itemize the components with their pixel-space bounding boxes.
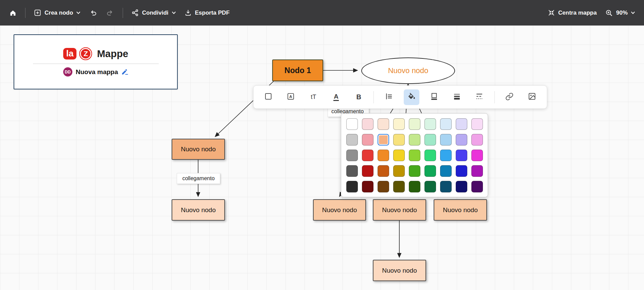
zoom-in-icon (605, 9, 613, 17)
color-swatch[interactable] (346, 134, 358, 146)
color-swatch[interactable] (378, 150, 389, 161)
color-swatch[interactable] (440, 118, 452, 130)
home-icon (9, 9, 17, 17)
node-format-toolbar: A tT A B (253, 85, 547, 109)
share-label: Condividi (142, 10, 168, 16)
color-swatch[interactable] (393, 118, 405, 130)
color-swatch[interactable] (362, 181, 373, 192)
node-left-grandchild[interactable]: Nuovo nodo (172, 199, 225, 221)
color-swatch[interactable] (409, 150, 420, 161)
export-pdf-label: Esporta PDF (195, 10, 230, 16)
create-node-button[interactable]: Crea nodo (34, 9, 81, 17)
node-bottom-child[interactable]: Nuovo nodo (373, 260, 426, 281)
link-icon (505, 92, 514, 102)
font-color-button[interactable]: A (328, 89, 344, 105)
color-swatch[interactable] (471, 134, 483, 146)
node-bottom-right[interactable]: Nuovo nodo (434, 199, 487, 221)
card-divider (33, 64, 159, 64)
node-label: Nuovo nodo (443, 206, 477, 214)
zoom-control[interactable]: 90% (605, 9, 635, 17)
node-ellipse[interactable]: Nuovo nodo (361, 57, 455, 84)
color-swatch[interactable] (409, 134, 420, 146)
color-swatch[interactable] (424, 181, 436, 192)
border-width-button[interactable] (449, 89, 465, 105)
color-swatch[interactable] (362, 134, 373, 146)
chevron-down-icon (172, 11, 176, 14)
export-pdf-button[interactable]: Esporta PDF (184, 9, 230, 17)
color-swatch[interactable] (440, 150, 452, 161)
plus-box-icon (34, 9, 41, 17)
border-width-icon (453, 92, 461, 102)
color-swatch[interactable] (424, 165, 436, 177)
node-left-child[interactable]: Nuovo nodo (172, 139, 225, 160)
color-swatch[interactable] (409, 181, 420, 192)
color-swatch[interactable] (456, 118, 467, 130)
color-swatch[interactable] (346, 181, 358, 192)
share-button[interactable]: Condividi (131, 9, 176, 17)
color-swatch[interactable] (362, 118, 373, 130)
edit-title-icon[interactable] (121, 68, 128, 76)
node-label: Nuovo nodo (382, 267, 417, 274)
color-swatch[interactable] (424, 150, 436, 161)
undo-button[interactable] (89, 9, 98, 17)
shape-button[interactable] (260, 89, 276, 105)
font-size-button[interactable]: tT (306, 89, 321, 105)
node-bottom-left[interactable]: Nuovo nodo (313, 199, 366, 221)
redo-button[interactable] (106, 9, 115, 17)
color-swatch[interactable] (456, 134, 467, 146)
font-color-icon: A (333, 93, 339, 101)
color-swatch[interactable] (393, 181, 405, 192)
color-swatch[interactable] (362, 150, 373, 161)
avatar: DD (63, 67, 72, 76)
color-swatch[interactable] (346, 150, 358, 161)
color-swatch[interactable] (456, 150, 467, 161)
align-button[interactable] (381, 89, 397, 105)
color-swatch[interactable] (378, 181, 389, 192)
home-button[interactable] (9, 9, 17, 17)
color-swatch[interactable] (362, 165, 373, 177)
color-swatch[interactable] (471, 165, 483, 177)
node-bottom-middle[interactable]: Nuovo nodo (373, 199, 426, 221)
color-swatch[interactable] (424, 118, 436, 130)
color-swatch[interactable] (409, 118, 420, 130)
color-swatch[interactable] (424, 134, 436, 146)
color-swatch[interactable] (378, 134, 389, 146)
logo-la-badge: la (63, 48, 77, 59)
canvas[interactable]: la Z Mappe DD Nuova mappa Nodo 1 Nuovo n… (0, 25, 644, 290)
color-swatch[interactable] (456, 165, 467, 177)
edge-label-collegamento[interactable]: collegamento (177, 173, 220, 184)
border-color-button[interactable] (427, 89, 442, 105)
color-swatch[interactable] (393, 134, 405, 146)
center-map-button[interactable]: Centra mappa (547, 9, 597, 17)
color-swatch[interactable] (378, 118, 389, 130)
color-swatch[interactable] (346, 165, 358, 177)
node-nodo1[interactable]: Nodo 1 (272, 59, 323, 81)
color-swatch[interactable] (440, 165, 452, 177)
node-label: Nuovo nodo (181, 206, 215, 214)
color-swatch[interactable] (471, 181, 483, 192)
color-swatch[interactable] (471, 118, 483, 130)
toolbar-divider (373, 91, 374, 103)
border-style-button[interactable] (472, 89, 487, 105)
color-swatch[interactable] (440, 181, 452, 192)
image-icon (528, 92, 536, 102)
toolbar-divider (123, 8, 123, 18)
node-label: Nuovo nodo (388, 66, 429, 75)
color-swatch[interactable] (440, 134, 452, 146)
create-node-label: Crea nodo (45, 10, 73, 16)
link-button[interactable] (502, 89, 517, 105)
color-swatch[interactable] (456, 181, 467, 192)
color-swatch[interactable] (393, 150, 405, 161)
text-background-button[interactable]: A (283, 89, 299, 105)
text-box-icon: A (286, 92, 295, 102)
color-swatch[interactable] (393, 165, 405, 177)
bold-button[interactable]: B (351, 89, 367, 105)
color-swatch[interactable] (471, 150, 483, 161)
color-swatch[interactable] (378, 165, 389, 177)
fill-color-palette (341, 113, 488, 197)
color-swatch[interactable] (409, 165, 420, 177)
color-swatch[interactable] (346, 118, 358, 130)
image-button[interactable] (524, 89, 540, 105)
fill-color-button[interactable] (404, 89, 419, 105)
chevron-down-icon (76, 11, 81, 14)
